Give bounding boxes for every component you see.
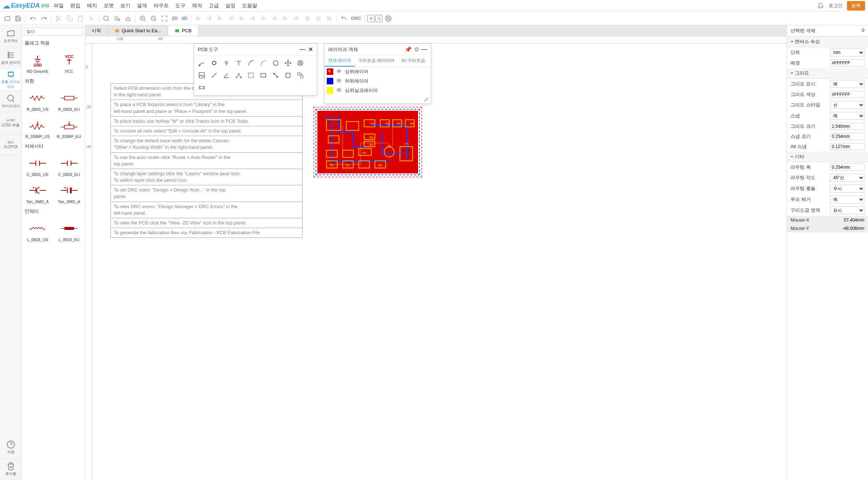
align-b-icon[interactable]: ⫷ xyxy=(248,13,258,24)
undo-icon[interactable] xyxy=(28,13,38,24)
copy-icon[interactable] xyxy=(64,13,75,24)
image-icon[interactable] xyxy=(196,70,207,81)
group-icon[interactable] xyxy=(295,70,306,81)
grid-align-icon[interactable]: ⊞ xyxy=(302,13,312,24)
rail-support[interactable]: 지원 xyxy=(0,437,21,458)
loopremove-select[interactable]: 예 xyxy=(830,195,864,203)
eye-icon[interactable]: 👁 xyxy=(336,78,342,84)
dist-h2-icon[interactable]: ⫸ xyxy=(280,13,291,24)
eye-icon[interactable]: 👁 xyxy=(336,87,342,94)
cut-icon[interactable] xyxy=(54,13,64,24)
menu-settings[interactable]: 설정 xyxy=(225,3,235,9)
view-2d-button[interactable]: 2D xyxy=(170,16,179,21)
menu-format[interactable]: 포맷 xyxy=(104,3,114,9)
bg-input[interactable] xyxy=(830,59,864,67)
fill-icon[interactable] xyxy=(283,70,293,81)
lib-tansmd1[interactable]: +Tan_SMD_A xyxy=(22,179,53,206)
dist-v-icon[interactable]: ⫷ xyxy=(270,13,280,24)
hole-icon[interactable] xyxy=(295,58,306,68)
gridstyle-select[interactable]: 선 xyxy=(830,101,864,109)
lib-r3386pus[interactable]: R_3386P_US xyxy=(22,114,53,141)
align-l-icon[interactable]: ⫸ xyxy=(193,13,204,24)
arc2-icon[interactable] xyxy=(258,58,269,68)
align-m-icon[interactable]: ⫸ xyxy=(237,13,247,24)
lib-l0603us[interactable]: L_0603_US xyxy=(22,217,53,244)
lib-vcc[interactable]: VCCVCC xyxy=(53,49,85,76)
save-icon[interactable] xyxy=(13,13,23,24)
text-icon[interactable] xyxy=(233,58,244,68)
delete-icon[interactable] xyxy=(86,13,96,24)
lib-tansmd2[interactable]: +Tan_SMD_A xyxy=(53,179,85,206)
track-icon[interactable] xyxy=(196,58,207,68)
dimension-icon[interactable] xyxy=(196,82,207,93)
menu-place[interactable]: 배치 xyxy=(87,3,97,9)
rail-lcsc[interactable]: LCSCLCSC 부품 xyxy=(0,112,21,134)
layers-tab-noncopper[interactable]: 비-구리도금. xyxy=(398,55,430,67)
minimize-icon[interactable]: — xyxy=(300,46,305,53)
boxed-b-icon[interactable]: B xyxy=(367,15,375,22)
lib-l0603eu[interactable]: L_0603_EU xyxy=(53,217,85,244)
drc-button[interactable]: DRC xyxy=(350,16,363,21)
align-r-icon[interactable]: ⫸ xyxy=(215,13,225,24)
dist-v2-icon[interactable]: ⫷ xyxy=(291,13,301,24)
lib-c0603eu[interactable]: C_0603_EU xyxy=(53,152,85,179)
pencil-icon[interactable]: ✎ xyxy=(328,69,331,74)
units-select[interactable]: mm xyxy=(830,49,864,56)
dist-h-icon[interactable]: ⫸ xyxy=(259,13,269,24)
layer-top[interactable]: ✎ 👁 상위레이어 xyxy=(325,67,431,76)
rail-design-manager[interactable]: 설계 관리자 xyxy=(0,47,21,69)
move-icon[interactable] xyxy=(283,58,293,68)
menu-file[interactable]: 파일 xyxy=(54,3,64,9)
pad-icon[interactable] xyxy=(209,58,220,68)
grid-align3-icon[interactable]: ⊞ xyxy=(324,13,334,24)
angle-icon[interactable] xyxy=(221,70,232,81)
rail-library[interactable]: 라이브러리 xyxy=(0,90,21,112)
return-icon[interactable] xyxy=(339,13,349,24)
gridshow-select[interactable]: 예 xyxy=(830,80,864,88)
open-icon[interactable] xyxy=(2,13,12,24)
bell-icon[interactable] xyxy=(817,2,824,9)
layers-expand-icon[interactable]: ⤢ xyxy=(325,95,431,104)
gridsize-input[interactable] xyxy=(830,123,864,130)
lib-gnd[interactable]: GNDND Ground( xyxy=(22,49,53,76)
altsnap-input[interactable] xyxy=(830,143,864,150)
close-icon[interactable]: ✕ xyxy=(308,46,313,53)
rail-jlcpcb[interactable]: JLCJLCPCB xyxy=(0,134,21,156)
pin-icon[interactable]: 📌 xyxy=(405,46,412,53)
menu-design[interactable]: 설계 xyxy=(137,3,147,9)
lib-r0603eu[interactable]: R_0603_EU xyxy=(53,87,85,114)
nodes-icon[interactable] xyxy=(233,70,244,81)
tab-start[interactable]: 시작 xyxy=(85,25,108,36)
rail-common-library[interactable]: 공통 라이브러리 xyxy=(0,69,21,90)
copper-select[interactable]: 표시 xyxy=(830,206,864,214)
menu-route[interactable]: 라우트 xyxy=(154,3,169,9)
rail-project[interactable]: 프로젝트 xyxy=(0,25,21,47)
layers-tab-copper[interactable]: 구리도금.레이이어 xyxy=(355,55,398,67)
fit-icon[interactable] xyxy=(159,13,170,24)
lib-c0603us[interactable]: C_0603_US xyxy=(22,152,53,179)
filter-input[interactable] xyxy=(24,28,83,35)
layers-window[interactable]: 레이어과 객체 📌 ⚙ — 전체.레이어 구리도금.레이이어 비-구리도금. xyxy=(324,43,431,104)
menu-advanced[interactable]: 고급 xyxy=(209,3,219,9)
canvas[interactable]: Select PCB dimension units from the drop… xyxy=(92,43,786,480)
routecoll-select[interactable]: 무시 xyxy=(830,185,864,193)
view-3d-button[interactable]: 3D xyxy=(180,16,189,21)
register-button[interactable]: 등록 xyxy=(847,1,865,10)
gear-icon[interactable]: ⚙ xyxy=(414,46,419,53)
gridcolor-input[interactable] xyxy=(830,91,864,98)
circle-icon[interactable] xyxy=(270,58,281,68)
lib-r0603us[interactable]: R_0603_US xyxy=(22,87,53,114)
menu-edit[interactable]: 편집 xyxy=(70,3,80,9)
routeangle-select[interactable]: 45°선 xyxy=(830,174,864,182)
arc-icon[interactable] xyxy=(246,58,256,68)
search-icon[interactable] xyxy=(101,13,111,24)
menu-help[interactable]: 도움말 xyxy=(242,3,257,9)
search-similar-icon[interactable] xyxy=(112,13,122,24)
measure-icon[interactable] xyxy=(270,70,281,81)
layer-silk[interactable]: 👁 상위실크레이어 xyxy=(325,86,431,95)
grid-align2-icon[interactable]: ⊟ xyxy=(313,13,323,24)
rect-icon[interactable] xyxy=(258,70,269,81)
tab-pcb[interactable]: PCB xyxy=(168,25,199,36)
lib-r3386peu[interactable]: R_3386P_EU xyxy=(53,114,85,141)
line-icon[interactable] xyxy=(209,70,220,81)
